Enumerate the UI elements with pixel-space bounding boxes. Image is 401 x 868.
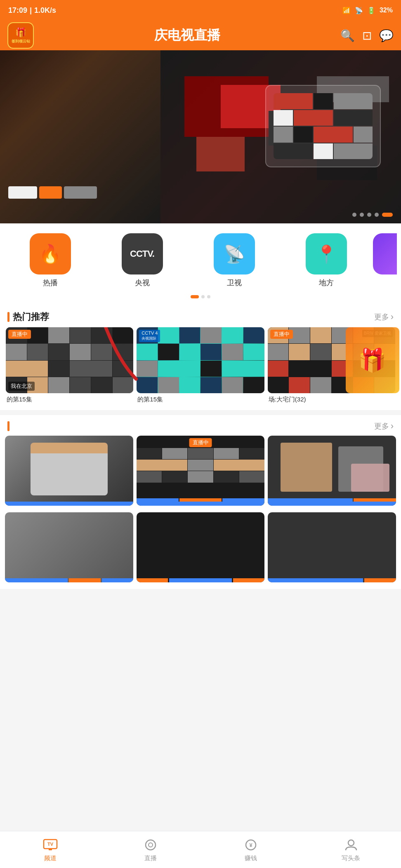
thumb-img-6 — [268, 512, 396, 582]
search-icon[interactable]: 🔍 — [340, 29, 355, 42]
nav-icon-profile — [343, 837, 359, 853]
thumb-color-blocks-3 — [268, 498, 396, 502]
logo-button[interactable]: 🎁 签到领云钻 — [7, 22, 34, 49]
banner-orange-block — [39, 186, 62, 199]
channels-section: 🔥 热播 CCTV. 央视 📡 卫视 📍 地方 — [0, 223, 401, 305]
section2-more-button[interactable]: 更多 › — [374, 421, 394, 432]
svg-point-6 — [149, 843, 153, 847]
thumb-img-2: 直播中 — [137, 436, 265, 506]
channels-dot-1[interactable] — [191, 295, 199, 298]
battery-percent: 32% — [380, 7, 393, 14]
menu-icon[interactable]: 💬 — [379, 29, 394, 42]
banner-bg — [0, 50, 401, 223]
thumb-color-blocks-4 — [5, 578, 133, 582]
section2-header: 更多 › — [0, 415, 401, 436]
channel-icon-local: 📍 — [306, 233, 347, 274]
section2-bar — [7, 421, 9, 431]
channel-item-more[interactable] — [372, 230, 397, 291]
hot-item-3[interactable]: 直播中 BRIV 爱家卫视 🎁 场:大宅门(32) — [268, 327, 395, 404]
nav-item-profile[interactable]: 写头条 — [301, 834, 401, 866]
red-arrow-overlay — [83, 327, 149, 389]
nav-item-earn[interactable]: ¥ 赚钱 — [200, 834, 301, 866]
thumb-grid: 直播中 — [0, 436, 401, 512]
thumb-item-2[interactable]: 直播中 — [137, 436, 265, 506]
thumb-img-3 — [268, 436, 396, 506]
nav-item-channel[interactable]: TV 频道 — [0, 834, 100, 866]
header-title: 庆电视直播 — [39, 26, 335, 45]
svg-rect-4 — [49, 849, 52, 850]
treasure-chest-icon: 🎁 — [358, 347, 387, 374]
banner-dot-4[interactable] — [375, 213, 379, 217]
banner-dot-3[interactable] — [367, 213, 371, 217]
channels-dot-2[interactable] — [201, 295, 205, 298]
banner-dot-1[interactable] — [352, 213, 356, 217]
section2-title — [7, 421, 13, 431]
hot-more-button[interactable]: 更多 › — [374, 312, 394, 322]
treasure-overlay[interactable]: 🎁 — [346, 327, 399, 393]
svg-text:TV: TV — [47, 842, 53, 847]
status-network-speed: 1.0K/s — [34, 6, 56, 15]
thumb-item-1[interactable] — [5, 436, 133, 506]
banner-card — [265, 85, 381, 167]
status-time: 17:09 — [8, 6, 27, 15]
nav-icon-earn: ¥ — [243, 837, 259, 853]
thumb-item-6[interactable] — [268, 512, 396, 582]
scan-icon[interactable]: ⊡ — [362, 29, 372, 42]
wifi-icon: 📡 — [355, 7, 363, 14]
channels-row: 🔥 热播 CCTV. 央视 📡 卫视 📍 地方 — [4, 230, 397, 291]
channel-icon-hot: 🔥 — [30, 233, 71, 274]
banner-dots — [352, 213, 393, 217]
channel-item-cctv[interactable]: CCTV. 央视 — [96, 230, 188, 291]
thumb-img-4 — [5, 512, 133, 582]
channel-item-local[interactable]: 📍 地方 — [280, 230, 372, 291]
tv-icon: TV — [43, 839, 58, 851]
channel-icon-cctv: CCTV. — [122, 233, 163, 274]
banner-dot-active[interactable] — [382, 213, 393, 217]
channel-icon-more — [373, 233, 397, 274]
nav-label-profile: 写头条 — [342, 854, 360, 862]
svg-point-5 — [146, 840, 156, 850]
channel-label-hot: 热播 — [43, 278, 58, 288]
nav-label-earn: 赚钱 — [245, 854, 257, 862]
thumb-grid-2 — [0, 512, 401, 589]
banner-dot-2[interactable] — [360, 213, 364, 217]
status-left: 17:09 | 1.0K/s — [8, 6, 56, 15]
nav-icon-channel: TV — [42, 837, 58, 853]
header-icons: 🔍 ⊡ 💬 — [340, 29, 394, 42]
section-bar — [7, 312, 9, 322]
hot-item-2[interactable]: CCTV 4央视国际 的第15集 — [137, 327, 264, 404]
hot-grid: 直播中 我在北京 的第15集 CCTV 4央视国际 — [0, 327, 401, 410]
live-badge-1: 直播中 — [8, 330, 31, 339]
hot-thumb-text-1: 我在北京 — [8, 382, 35, 391]
hot-desc-3: 场:大宅门(32) — [268, 396, 395, 404]
channels-dot-3[interactable] — [207, 295, 210, 298]
bottom-nav: TV 频道 直播 ¥ 赚钱 — [0, 831, 401, 868]
thumb-img-5 — [137, 512, 265, 582]
hot-desc-2: 的第15集 — [137, 396, 264, 404]
thumb-bar-1 — [5, 502, 133, 506]
svg-text:¥: ¥ — [249, 842, 252, 848]
nav-item-live[interactable]: 直播 — [100, 834, 200, 866]
red-arrow-svg — [83, 327, 149, 387]
header: 🎁 签到领云钻 庆电视直播 🔍 ⊡ 💬 — [0, 21, 401, 50]
battery-icon: 🔋 — [367, 7, 375, 14]
banner-white-block — [8, 186, 37, 199]
channel-label-local: 地方 — [319, 278, 334, 288]
banner[interactable] — [0, 50, 401, 223]
hot-section-header: 热门推荐 更多 › — [0, 305, 401, 327]
thumb-color-blocks-2 — [137, 498, 265, 502]
logo-text: 签到领云钻 — [12, 39, 30, 44]
hot-section-title: 热门推荐 — [7, 311, 49, 323]
channel-item-satellite[interactable]: 📡 卫视 — [188, 230, 280, 291]
thumb-item-3[interactable] — [268, 436, 396, 506]
hot-thumb-2: CCTV 4央视国际 — [137, 327, 264, 393]
channels-page-dots — [4, 295, 397, 298]
hot-section: 热门推荐 更多 › 直播中 我在北京 的第15集 — [0, 305, 401, 410]
status-right: 📶 📡 🔋 32% — [342, 7, 393, 14]
channel-item-hot[interactable]: 🔥 热播 — [4, 230, 96, 291]
thumb-item-5[interactable] — [137, 512, 265, 582]
banner-gray-block — [64, 186, 97, 199]
thumb-item-4[interactable] — [5, 512, 133, 582]
live-badge-3: 直播中 — [270, 330, 293, 339]
hot-desc-1: 的第15集 — [6, 396, 133, 404]
